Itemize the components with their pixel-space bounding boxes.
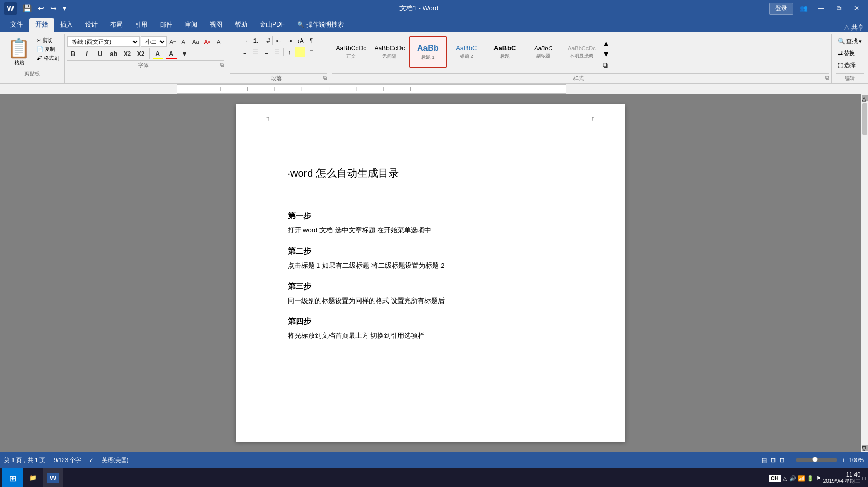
tab-review[interactable]: 审阅 bbox=[179, 18, 204, 32]
tab-help[interactable]: 帮助 bbox=[229, 18, 253, 32]
multilevel-btn[interactable]: ≡# bbox=[261, 35, 272, 46]
search-icon: 🔍 bbox=[297, 21, 304, 28]
find-button[interactable]: 🔍 查找 ▾ bbox=[836, 36, 864, 46]
decrease-indent-btn[interactable]: ⇤ bbox=[273, 35, 284, 46]
bullets-btn[interactable]: ≡· bbox=[239, 35, 250, 46]
numbering-btn[interactable]: 1. bbox=[250, 35, 261, 46]
style-nospacing-preview: AaBbCcDc bbox=[374, 45, 405, 52]
strikethrough-button[interactable]: ab bbox=[108, 48, 120, 59]
sort-btn[interactable]: ↕A bbox=[295, 35, 305, 46]
shading-btn[interactable] bbox=[295, 47, 305, 57]
align-center-btn[interactable]: ☰ bbox=[250, 47, 261, 57]
italic-button[interactable]: I bbox=[81, 48, 93, 59]
select-button[interactable]: ⬚ 选择 bbox=[836, 60, 858, 70]
zoom-handle[interactable] bbox=[812, 457, 818, 462]
style-subtle[interactable]: AaBbCcDc 不明显强调 bbox=[563, 36, 600, 68]
more-quick-btn[interactable]: ▾ bbox=[61, 3, 69, 14]
clipboard-label: 剪贴板 bbox=[4, 69, 60, 78]
styles-scroll-down[interactable]: ▼ bbox=[603, 50, 610, 58]
copy-button[interactable]: 📄 复制 bbox=[36, 45, 60, 54]
ruler-mark-4: | bbox=[328, 86, 329, 91]
scroll-up-btn[interactable]: △ bbox=[862, 95, 868, 101]
zoom-out-btn[interactable]: − bbox=[789, 457, 792, 463]
tab-design[interactable]: 设计 bbox=[79, 18, 104, 32]
align-right-btn[interactable]: ≡ bbox=[261, 47, 272, 57]
clipboard-small-buttons: ✂ 剪切 📄 复制 🖌 格式刷 bbox=[36, 36, 60, 62]
view-read-btn[interactable]: ⊞ bbox=[771, 457, 776, 464]
tab-view[interactable]: 视图 bbox=[204, 18, 229, 32]
close-button[interactable]: ✕ bbox=[849, 1, 864, 16]
undo-quick-btn[interactable]: ↩ bbox=[36, 3, 46, 14]
align-left-btn[interactable]: ≡ bbox=[239, 47, 250, 57]
change-case-btn[interactable]: Aa bbox=[191, 36, 201, 47]
tab-insert[interactable]: 插入 bbox=[54, 18, 79, 32]
style-subtitle[interactable]: AaBbC 副标题 bbox=[525, 36, 562, 68]
text-effects-btn[interactable]: A bbox=[213, 36, 224, 47]
notification-center-btn[interactable]: □ bbox=[862, 475, 866, 481]
font-name-select[interactable]: 等线 (西文正文) bbox=[67, 36, 140, 47]
style-heading1[interactable]: AaBb 标题 1 bbox=[409, 36, 447, 68]
start-button[interactable]: ⊞ bbox=[2, 468, 23, 487]
ime-indicator[interactable]: CH bbox=[769, 475, 780, 482]
justify-btn[interactable]: ☰ bbox=[272, 47, 283, 57]
paste-button[interactable]: 📋 粘贴 bbox=[4, 36, 34, 68]
tab-references[interactable]: 引用 bbox=[129, 18, 154, 32]
taskbar-file-explorer[interactable]: 📁 bbox=[25, 468, 41, 487]
tab-search[interactable]: 🔍 操作说明搜索 bbox=[291, 18, 350, 32]
minimize-button[interactable]: — bbox=[814, 1, 829, 16]
zoom-in-btn[interactable]: + bbox=[842, 457, 845, 463]
text-highlight-btn[interactable]: A bbox=[152, 48, 164, 59]
style-heading2[interactable]: AaBbC 标题 2 bbox=[448, 36, 485, 68]
replace-button[interactable]: ⇄ 替换 bbox=[836, 48, 857, 58]
cut-button[interactable]: ✂ 剪切 bbox=[36, 36, 60, 45]
font-size-select[interactable]: 小二 二 小三 bbox=[141, 36, 167, 47]
word-taskbar-icon: W bbox=[47, 473, 59, 483]
styles-expand[interactable]: ⧉ bbox=[603, 61, 610, 70]
lang-status: 英语(美国) bbox=[102, 456, 128, 464]
ruler-mark-5: | bbox=[356, 86, 357, 91]
styles-scroll-up[interactable]: ▲ bbox=[603, 39, 610, 47]
scroll-thumb[interactable] bbox=[862, 103, 867, 135]
taskbar-word-app[interactable]: W bbox=[43, 468, 63, 487]
ribbon: 📋 粘贴 ✂ 剪切 📄 复制 🖌 格式刷 剪贴板 bbox=[0, 32, 868, 84]
tab-jinshan[interactable]: 金山PDF bbox=[253, 18, 291, 32]
restore-button[interactable]: ⧉ bbox=[832, 1, 846, 16]
scroll-down-btn[interactable]: ▽ bbox=[862, 445, 868, 451]
styles-scroll: ▲ ▼ ⧉ bbox=[602, 36, 611, 72]
font-shrink-btn[interactable]: A- bbox=[179, 36, 190, 47]
style-h1-label: 标题 1 bbox=[421, 54, 435, 61]
view-web-btn[interactable]: ⊡ bbox=[780, 457, 784, 464]
style-no-spacing[interactable]: AaBbCcDc 无间隔 bbox=[371, 36, 408, 68]
style-normal[interactable]: AaBbCcDc 正文 bbox=[332, 36, 370, 68]
line-spacing-btn[interactable]: ↕ bbox=[284, 47, 295, 57]
subscript-button[interactable]: X2 bbox=[121, 48, 133, 59]
view-normal-btn[interactable]: ▤ bbox=[762, 457, 767, 464]
share-button[interactable]: 👥 bbox=[796, 1, 811, 16]
underline-button[interactable]: U bbox=[94, 48, 106, 59]
border-btn[interactable]: □ bbox=[306, 47, 316, 57]
save-quick-btn[interactable]: 💾 bbox=[21, 3, 34, 14]
increase-indent-btn[interactable]: ⇥ bbox=[284, 35, 295, 46]
redo-quick-btn[interactable]: ↪ bbox=[48, 3, 59, 14]
tab-mailings[interactable]: 邮件 bbox=[154, 18, 179, 32]
zoom-slider[interactable] bbox=[796, 458, 837, 462]
font-color-btn[interactable]: A bbox=[165, 48, 178, 59]
document-page[interactable]: ┐ ┌ · ·word 怎么自动生成目录 · 第一步 打开 word 文档 选中… bbox=[236, 104, 625, 442]
clear-format-btn[interactable]: Ax bbox=[202, 36, 212, 47]
bold-button[interactable]: B bbox=[67, 48, 79, 59]
styles-section: AaBbCcDc 正文 AaBbCcDc 无间隔 AaBb 标题 1 AaBbC… bbox=[330, 34, 832, 83]
format-painter-button[interactable]: 🖌 格式刷 bbox=[36, 54, 60, 62]
tab-layout[interactable]: 布局 bbox=[104, 18, 129, 32]
show-formatting-btn[interactable]: ¶ bbox=[306, 35, 316, 46]
document-container[interactable]: ┐ ┌ · ·word 怎么自动生成目录 · 第一步 打开 word 文档 选中… bbox=[0, 94, 861, 452]
vertical-scrollbar[interactable]: △ ▽ bbox=[861, 94, 868, 452]
style-heading[interactable]: AaBbC 标题 bbox=[486, 36, 524, 68]
share-ribbon-btn[interactable]: △ 共享 bbox=[844, 23, 864, 32]
tab-home[interactable]: 开始 bbox=[29, 18, 54, 32]
superscript-button[interactable]: X2 bbox=[135, 48, 147, 59]
font-grow-btn[interactable]: A+ bbox=[168, 36, 178, 47]
style-h2-preview: AaBbC bbox=[456, 44, 477, 52]
tab-file[interactable]: 文件 bbox=[4, 18, 29, 32]
login-button[interactable]: 登录 bbox=[769, 3, 793, 15]
font-color-arrow[interactable]: ▾ bbox=[179, 48, 191, 59]
